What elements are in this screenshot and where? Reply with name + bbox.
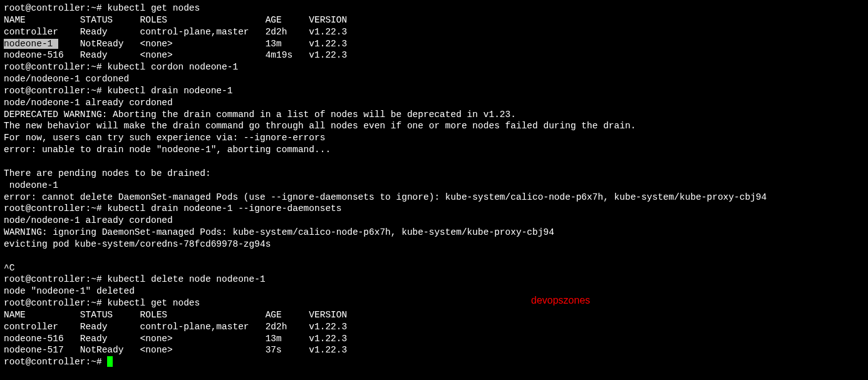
prompt-line: root@controller:~# kubectl drain nodeone… bbox=[4, 203, 864, 215]
terminal[interactable]: root@controller:~# kubectl get nodes NAM… bbox=[4, 3, 864, 368]
prompt-line: root@controller:~# kubectl get nodes bbox=[4, 297, 864, 309]
table-header: NAME STATUS ROLES AGE VERSION bbox=[4, 14, 864, 26]
output-line: evicting pod kube-system/coredns-78fcd69… bbox=[4, 239, 864, 250]
selected-node: nodeone-1 bbox=[4, 39, 58, 49]
table-row: nodeone-516 Ready <none> 13m v1.22.3 bbox=[4, 333, 864, 345]
output-line: error: unable to drain node "nodeone-1",… bbox=[4, 144, 864, 156]
output-line: node "nodeone-1" deleted bbox=[4, 285, 864, 297]
output-line: DEPRECATED WARNING: Aborting the drain c… bbox=[4, 109, 864, 121]
output-line: WARNING: ignoring DaemonSet-managed Pods… bbox=[4, 227, 864, 239]
table-row: controller Ready control-plane,master 2d… bbox=[4, 26, 864, 38]
prompt-line: root@controller:~# kubectl cordon nodeon… bbox=[4, 61, 864, 73]
cursor-icon bbox=[107, 356, 113, 367]
table-header: NAME STATUS ROLES AGE VERSION bbox=[4, 309, 864, 321]
table-row: nodeone-516 Ready <none> 4m19s v1.22.3 bbox=[4, 49, 864, 61]
table-row: nodeone-1 NotReady <none> 13m v1.22.3 bbox=[4, 38, 864, 50]
output-line: The new behavior will make the drain com… bbox=[4, 120, 864, 132]
watermark-text: devopszones bbox=[531, 294, 590, 307]
output-line: node/nodeone-1 already cordoned bbox=[4, 215, 864, 227]
output-line: ^C bbox=[4, 262, 864, 274]
output-line: For now, users can try such experience v… bbox=[4, 132, 864, 144]
prompt-line: root@controller:~# kubectl drain nodeone… bbox=[4, 85, 864, 97]
blank-line bbox=[4, 250, 864, 262]
table-row: controller Ready control-plane,master 2d… bbox=[4, 321, 864, 333]
prompt-line: root@controller:~# bbox=[4, 356, 864, 368]
output-line: error: cannot delete DaemonSet-managed P… bbox=[4, 192, 864, 203]
blank-line bbox=[4, 156, 864, 168]
output-line: node/nodeone-1 already cordoned bbox=[4, 97, 864, 109]
prompt-line: root@controller:~# kubectl delete node n… bbox=[4, 274, 864, 285]
output-line: nodeone-1 bbox=[4, 180, 864, 192]
prompt-line: root@controller:~# kubectl get nodes bbox=[4, 3, 864, 14]
output-line: node/nodeone-1 cordoned bbox=[4, 73, 864, 85]
table-row: nodeone-517 NotReady <none> 37s v1.22.3 bbox=[4, 344, 864, 356]
output-line: There are pending nodes to be drained: bbox=[4, 168, 864, 180]
